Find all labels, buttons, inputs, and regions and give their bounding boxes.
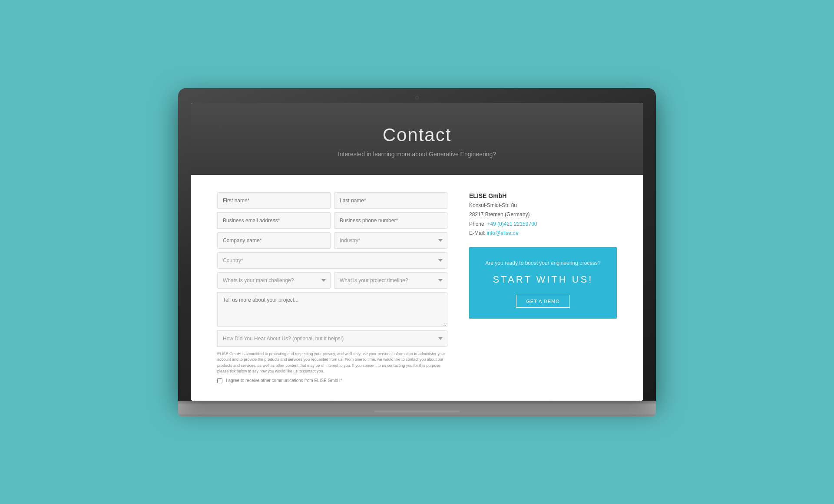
project-row (217, 292, 447, 327)
phone-input[interactable] (334, 212, 447, 229)
company-city: 28217 Bremen (Germany) (469, 210, 617, 220)
page-title: Contact (204, 125, 630, 145)
cta-subtitle: Are you ready to boost your engineering … (478, 260, 608, 266)
hear-about-select[interactable]: How Did You Hear About Us? (optional, bu… (217, 330, 447, 347)
info-section: ELISE GmbH Konsul-Smidt-Str. 8u 28217 Br… (469, 192, 617, 383)
laptop-screen: Contact Interested in learning more abou… (191, 103, 643, 401)
contact-row (217, 212, 447, 229)
page-subtitle: Interested in learning more about Genera… (204, 151, 630, 158)
company-input[interactable] (217, 232, 331, 249)
cta-title: START WITH US! (478, 274, 608, 285)
company-row: Industry* (217, 232, 447, 249)
challenge-row: Whats is your main challenge? What is yo… (217, 272, 447, 289)
camera-bar (191, 96, 643, 103)
laptop-outer: Contact Interested in learning more abou… (178, 88, 656, 401)
first-name-input[interactable] (217, 192, 331, 209)
checkbox-label: I agree to receive other communications … (226, 378, 342, 383)
privacy-text: ELISE GmbH is committed to protecting an… (217, 351, 447, 375)
challenge-select[interactable]: Whats is your main challenge? (217, 272, 331, 289)
company-phone-row: Phone: +49 (0)421 22159700 (469, 220, 617, 229)
timeline-select[interactable]: What is your project timeline? (334, 272, 447, 289)
form-section: Industry* Country* Whats is your main ch… (217, 192, 447, 383)
hear-about-row: How Did You Hear About Us? (optional, bu… (217, 330, 447, 347)
country-select[interactable]: Country* (217, 252, 447, 269)
laptop-hinge (178, 401, 656, 404)
checkbox-row: I agree to receive other communications … (217, 378, 447, 383)
company-info: ELISE GmbH Konsul-Smidt-Str. 8u 28217 Br… (469, 192, 617, 238)
cta-card: Are you ready to boost your engineering … (469, 247, 617, 319)
company-street: Konsul-Smidt-Str. 8u (469, 201, 617, 211)
email-label: E-Mail: (469, 230, 485, 236)
phone-label: Phone: (469, 221, 486, 227)
laptop-bottom (178, 404, 656, 416)
screen-header: Contact Interested in learning more abou… (191, 103, 643, 175)
phone-link[interactable]: +49 (0)421 22159700 (487, 221, 537, 227)
trackpad-bump (374, 410, 460, 412)
last-name-input[interactable] (334, 192, 447, 209)
project-textarea[interactable] (217, 292, 447, 327)
laptop-camera (415, 96, 419, 99)
email-link[interactable]: info@elise.de (487, 230, 519, 236)
email-input[interactable] (217, 212, 331, 229)
screen-body: Industry* Country* Whats is your main ch… (191, 175, 643, 401)
country-row: Country* (217, 252, 447, 269)
industry-select[interactable]: Industry* (334, 232, 447, 249)
company-email-row: E-Mail: info@elise.de (469, 229, 617, 238)
get-demo-button[interactable]: GET A DEMO (516, 295, 570, 308)
consent-checkbox[interactable] (217, 378, 222, 383)
laptop-wrapper: Contact Interested in learning more abou… (178, 88, 656, 416)
company-name: ELISE GmbH (469, 192, 617, 199)
name-row (217, 192, 447, 209)
